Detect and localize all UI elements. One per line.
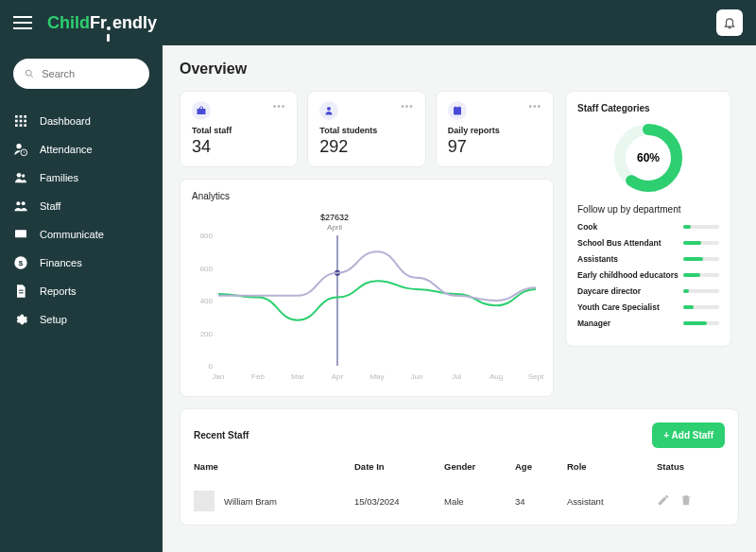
delete-icon[interactable]: [679, 493, 693, 509]
dept-progress-bar: [683, 257, 719, 261]
search-input[interactable]: [42, 68, 138, 79]
card-menu-icon[interactable]: •••: [528, 101, 541, 112]
svg-point-15: [16, 201, 20, 205]
briefcase-icon: [192, 101, 211, 120]
sidebar-item-label: Families: [40, 172, 78, 183]
stat-card-daily-reports: •••Daily reports97: [436, 91, 554, 167]
analytics-chart: $27632 April 0200400600800JanFebMarAprMa…: [192, 209, 541, 385]
dept-row: Daycare director: [577, 286, 719, 296]
svg-rect-4: [24, 115, 26, 118]
svg-point-23: [327, 107, 331, 111]
stat-card-total-students: •••Total students292: [307, 91, 425, 167]
sidebar-item-setup[interactable]: Setup: [13, 312, 149, 327]
sidebar-item-communicate[interactable]: Communicate: [13, 227, 149, 242]
sidebar-item-label: Communicate: [40, 229, 104, 240]
sidebar-item-reports[interactable]: Reports: [13, 284, 149, 299]
svg-rect-5: [15, 120, 18, 123]
svg-text:Feb: Feb: [251, 372, 265, 381]
notifications-button[interactable]: [716, 9, 743, 36]
dept-progress-bar: [683, 225, 719, 229]
table-row: William Bram15/03/2024Male34Assistant: [194, 479, 725, 511]
svg-text:$: $: [19, 259, 24, 267]
svg-point-0: [26, 70, 31, 76]
dept-row: Assistants: [577, 254, 719, 264]
recent-staff-card: Recent Staff + Add Staff Name Date In Ge…: [180, 408, 739, 526]
chart-tooltip: $27632 April: [320, 213, 349, 232]
svg-rect-17: [15, 230, 26, 237]
svg-text:200: 200: [200, 330, 214, 338]
sidebar-item-label: Setup: [40, 314, 67, 325]
dept-progress-bar: [683, 321, 719, 325]
svg-rect-7: [24, 120, 26, 123]
staff-icon: [13, 198, 28, 214]
sidebar-item-attendance[interactable]: Attendance: [13, 142, 149, 157]
topbar: ChildFrendly: [0, 0, 756, 45]
svg-text:400: 400: [200, 297, 214, 305]
svg-rect-9: [20, 124, 23, 127]
staff-categories-card: Staff Categories 60% Follow up by depart…: [565, 91, 731, 347]
followup-title: Follow up by department: [577, 204, 719, 215]
hamburger-icon[interactable]: [13, 16, 32, 29]
svg-text:Jul: Jul: [452, 372, 461, 381]
staff-donut-chart: 60%: [611, 121, 685, 195]
add-staff-button[interactable]: + Add Staff: [652, 423, 725, 448]
dollar-icon: $: [13, 255, 28, 270]
svg-point-14: [22, 174, 25, 177]
card-menu-icon[interactable]: •••: [401, 101, 414, 112]
sidebar-item-label: Reports: [40, 285, 77, 297]
main-content: Overview •••Total staff34•••Total studen…: [163, 45, 756, 552]
edit-icon[interactable]: [657, 493, 670, 509]
calendar-icon: [448, 101, 467, 120]
sidebar-item-label: Dashboard: [40, 115, 91, 127]
dept-row: Cook: [577, 222, 719, 232]
logo: ChildFrendly: [47, 13, 157, 33]
bell-icon: [723, 16, 736, 29]
sidebar-item-label: Staff: [40, 200, 60, 212]
sidebar-item-finances[interactable]: $Finances: [13, 255, 149, 270]
svg-rect-21: [19, 292, 24, 293]
avatar: [194, 491, 215, 511]
sidebar-item-families[interactable]: Families: [13, 170, 149, 185]
report-icon: [13, 284, 28, 299]
sidebar-item-label: Finances: [40, 257, 82, 268]
svg-text:May: May: [369, 372, 384, 381]
svg-rect-2: [15, 115, 18, 118]
sidebar-item-label: Attendance: [40, 144, 93, 155]
dept-row: Manager: [577, 319, 719, 328]
svg-rect-20: [19, 290, 24, 291]
svg-point-11: [16, 144, 21, 148]
search-icon: [25, 68, 34, 79]
svg-text:Aug: Aug: [490, 372, 503, 381]
svg-text:Sept: Sept: [528, 372, 543, 381]
sidebar: DashboardAttendanceFamiliesStaffCommunic…: [0, 45, 163, 552]
sidebar-item-dashboard[interactable]: Dashboard: [13, 113, 149, 129]
stat-card-total-staff: •••Total staff34: [180, 91, 298, 167]
sidebar-item-staff[interactable]: Staff: [13, 198, 149, 214]
recent-staff-title: Recent Staff: [194, 430, 249, 440]
search-box[interactable]: [13, 59, 149, 89]
svg-rect-8: [15, 124, 18, 127]
card-menu-icon[interactable]: •••: [273, 101, 286, 112]
analytics-title: Analytics: [192, 191, 541, 201]
grid-icon: [13, 113, 28, 129]
analytics-card: Analytics $27632 April 0200400600800JanF…: [180, 179, 554, 397]
svg-rect-10: [24, 124, 26, 127]
table-header: Name Date In Gender Age Role Status: [194, 461, 725, 479]
svg-rect-22: [198, 109, 206, 114]
dept-progress-bar: [683, 241, 719, 245]
page-title: Overview: [180, 60, 739, 78]
chat-icon: [13, 227, 28, 242]
svg-text:600: 600: [200, 265, 214, 273]
users-icon: [13, 170, 28, 185]
person-clock-icon: [13, 142, 28, 157]
person-icon: [319, 101, 338, 120]
svg-rect-6: [20, 120, 23, 123]
dept-row: Early childhood educators: [577, 270, 719, 280]
svg-text:0: 0: [209, 362, 214, 371]
svg-rect-25: [454, 108, 461, 110]
svg-text:Mar: Mar: [291, 372, 304, 381]
svg-point-13: [17, 173, 22, 178]
svg-text:800: 800: [200, 232, 214, 240]
svg-line-1: [30, 75, 33, 78]
gear-icon: [13, 312, 28, 327]
